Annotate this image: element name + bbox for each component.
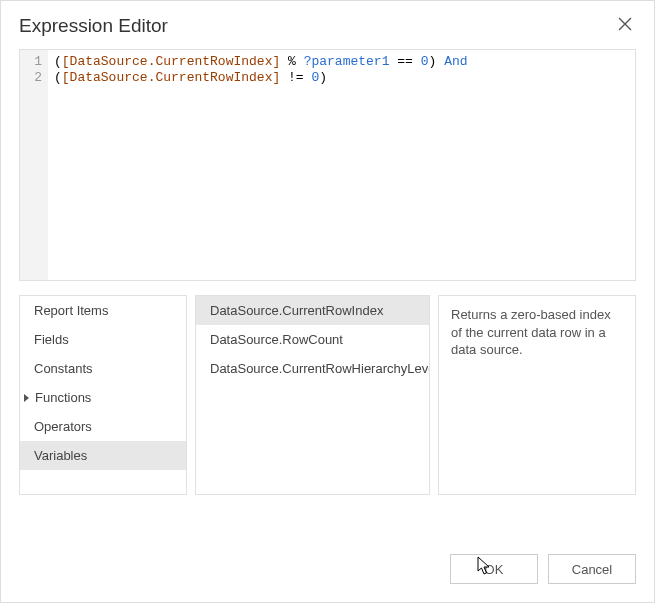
ok-button[interactable]: OK bbox=[450, 554, 538, 584]
dialog-footer: OK Cancel bbox=[1, 536, 654, 602]
dialog-title: Expression Editor bbox=[19, 15, 168, 37]
dialog-body: 12 ([DataSource.CurrentRowIndex] % ?para… bbox=[1, 49, 654, 536]
code-token: ) bbox=[319, 70, 327, 85]
category-label: Functions bbox=[35, 390, 91, 405]
code-token: ?parameter1 bbox=[304, 54, 390, 69]
code-line[interactable]: ([DataSource.CurrentRowIndex] % ?paramet… bbox=[54, 54, 468, 70]
code-token: ) bbox=[429, 54, 445, 69]
category-label: Variables bbox=[34, 448, 87, 463]
code-token: % bbox=[280, 54, 303, 69]
code-line[interactable]: ([DataSource.CurrentRowIndex] != 0) bbox=[54, 70, 468, 86]
category-item[interactable]: Variables bbox=[20, 441, 186, 470]
category-item[interactable]: Fields bbox=[20, 325, 186, 354]
variable-item[interactable]: DataSource.CurrentRowIndex bbox=[196, 296, 429, 325]
code-text[interactable]: ([DataSource.CurrentRowIndex] % ?paramet… bbox=[48, 50, 474, 280]
cancel-button[interactable]: Cancel bbox=[548, 554, 636, 584]
category-label: Fields bbox=[34, 332, 69, 347]
variable-label: DataSource.RowCount bbox=[210, 332, 343, 347]
dialog-header: Expression Editor bbox=[1, 1, 654, 49]
code-token: And bbox=[444, 54, 467, 69]
category-label: Constants bbox=[34, 361, 93, 376]
line-number: 2 bbox=[24, 70, 42, 86]
code-token: [DataSource.CurrentRowIndex] bbox=[62, 54, 280, 69]
code-token: ( bbox=[54, 70, 62, 85]
code-token: 0 bbox=[421, 54, 429, 69]
category-item[interactable]: Operators bbox=[20, 412, 186, 441]
category-label: Report Items bbox=[34, 303, 108, 318]
variable-label: DataSource.CurrentRowIndex bbox=[210, 303, 383, 318]
close-icon[interactable] bbox=[618, 17, 636, 35]
code-token: != bbox=[280, 70, 311, 85]
code-gutter: 12 bbox=[20, 50, 48, 280]
item-list[interactable]: DataSource.CurrentRowIndexDataSource.Row… bbox=[195, 295, 430, 495]
code-token: ( bbox=[54, 54, 62, 69]
expression-editor-dialog: Expression Editor 12 ([DataSource.Curren… bbox=[0, 0, 655, 603]
expand-icon bbox=[24, 394, 29, 402]
description-text: Returns a zero-based index of the curren… bbox=[451, 307, 611, 357]
category-label: Operators bbox=[34, 419, 92, 434]
line-number: 1 bbox=[24, 54, 42, 70]
category-item[interactable]: Constants bbox=[20, 354, 186, 383]
variable-label: DataSource.CurrentRowHierarchyLevel bbox=[210, 361, 430, 376]
variable-item[interactable]: DataSource.CurrentRowHierarchyLevel bbox=[196, 354, 429, 383]
category-item[interactable]: Report Items bbox=[20, 296, 186, 325]
code-token: [DataSource.CurrentRowIndex] bbox=[62, 70, 280, 85]
category-item[interactable]: Functions bbox=[20, 383, 186, 412]
expression-code-editor[interactable]: 12 ([DataSource.CurrentRowIndex] % ?para… bbox=[19, 49, 636, 281]
helper-panels: Report ItemsFieldsConstantsFunctionsOper… bbox=[19, 295, 636, 495]
variable-item[interactable]: DataSource.RowCount bbox=[196, 325, 429, 354]
description-panel: Returns a zero-based index of the curren… bbox=[438, 295, 636, 495]
category-list[interactable]: Report ItemsFieldsConstantsFunctionsOper… bbox=[19, 295, 187, 495]
code-token: == bbox=[389, 54, 420, 69]
